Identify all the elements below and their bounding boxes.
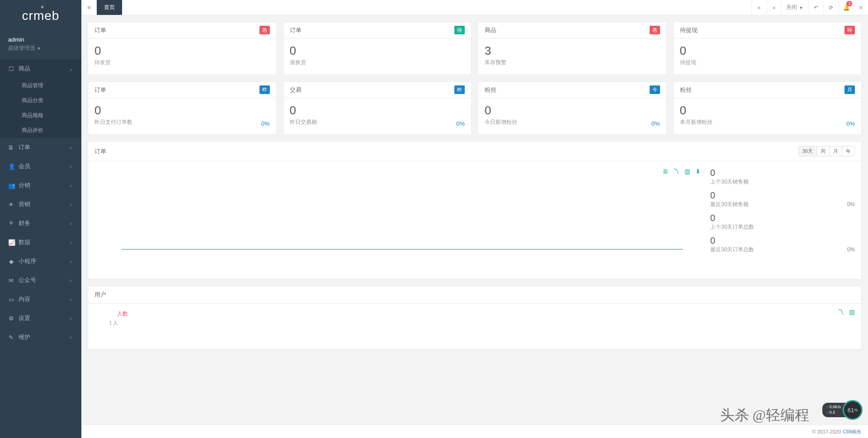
stat-title: 交易 bbox=[290, 86, 302, 94]
undo-button[interactable]: ↶ bbox=[808, 0, 823, 15]
ostat-label: 最近30天销售额 bbox=[710, 201, 855, 208]
nav-item-laptop[interactable]: ☐商品⌄ bbox=[0, 59, 81, 78]
chart-data-icon[interactable]: 🗎 bbox=[662, 168, 669, 175]
user-chart-bar-icon[interactable]: ▥ bbox=[849, 308, 855, 316]
nav-item-file[interactable]: 🗎订单‹ bbox=[0, 138, 81, 157]
speed-widget: ↑ 0.6K/s ↓ 0.2 61% bbox=[822, 400, 863, 420]
stat-card[interactable]: 粉丝月0本月新增粉丝0% bbox=[673, 81, 862, 135]
close-menu-button[interactable]: 关闭 ▾ bbox=[781, 0, 808, 15]
stat-value: 0 bbox=[680, 44, 855, 58]
stat-label: 退换货 bbox=[290, 59, 465, 66]
book-icon: ▭ bbox=[8, 296, 14, 303]
submenu-item[interactable]: 商品规格 bbox=[0, 108, 81, 123]
stat-label: 待提现 bbox=[680, 59, 855, 66]
ostat-label: 最近30天订单总数 bbox=[710, 246, 855, 254]
user-chart-line-icon[interactable]: 〽 bbox=[838, 308, 844, 316]
submenu-item[interactable]: 商品管理 bbox=[0, 78, 81, 93]
stat-pct: 0% bbox=[651, 120, 660, 127]
nav-label: 分销 bbox=[19, 181, 69, 189]
chevron-left-icon: ‹ bbox=[69, 335, 73, 340]
nav-label: 财务 bbox=[19, 219, 69, 227]
menu-toggle-button[interactable]: ≡ bbox=[81, 0, 97, 15]
time-tab[interactable]: 周 bbox=[816, 146, 829, 156]
tab-home[interactable]: 首页 bbox=[97, 0, 122, 15]
stat-badge: 急 bbox=[259, 26, 270, 34]
time-tab[interactable]: 年 bbox=[842, 146, 854, 156]
order-side-stat: 0上个30天订单总数 bbox=[710, 213, 855, 231]
nav-label: 会员 bbox=[19, 162, 69, 170]
nav-item-miniapp[interactable]: ◆小程序‹ bbox=[0, 252, 81, 271]
submenu-item[interactable]: 商品评价 bbox=[0, 123, 81, 138]
more-button[interactable]: ≡ bbox=[853, 0, 868, 15]
stat-badge: 待 bbox=[454, 26, 465, 34]
nav-label: 数据 bbox=[19, 238, 69, 246]
nav-item-chart[interactable]: 📈数据‹ bbox=[0, 233, 81, 252]
chevron-left-icon: ‹ bbox=[69, 164, 73, 169]
users-icon: 👥 bbox=[8, 182, 14, 189]
stat-title: 待提现 bbox=[680, 26, 698, 34]
stat-card[interactable]: 订单待0退换货 bbox=[283, 22, 472, 75]
chevron-down-icon: ⌄ bbox=[69, 66, 73, 71]
stat-value: 0 bbox=[290, 44, 465, 58]
stat-row-2: 订单昨0昨日支付订单数0%交易昨0昨日交易额0%粉丝今0今日新增粉丝0%粉丝月0… bbox=[88, 81, 862, 135]
stat-title: 订单 bbox=[290, 26, 302, 34]
stat-badge: 月 bbox=[844, 85, 855, 94]
stat-label: 库存预警 bbox=[485, 59, 660, 66]
chevron-left-icon: ‹ bbox=[69, 145, 73, 150]
chart-line-icon[interactable]: 〽 bbox=[673, 168, 679, 175]
double-right-icon: » bbox=[771, 5, 777, 11]
main-area: ≡ 首页 « » 关闭 ▾ ↶ ⟳ 🔔 3 ≡ 订单急0待发货订单待0退换 bbox=[81, 0, 868, 438]
stat-label: 昨日支付订单数 bbox=[94, 118, 270, 126]
notifications-badge: 3 bbox=[846, 1, 852, 6]
notifications-button[interactable]: 🔔 3 bbox=[838, 0, 853, 15]
footer-link[interactable]: CRMEB bbox=[843, 429, 861, 434]
nav-item-wrench[interactable]: ✎维护‹ bbox=[0, 328, 81, 347]
user-role[interactable]: 超级管理员 ▾ bbox=[8, 44, 73, 52]
user-block[interactable]: admin 超级管理员 ▾ bbox=[0, 32, 81, 59]
speed-ring[interactable]: 61% bbox=[843, 400, 863, 420]
stat-badge: 昨 bbox=[454, 85, 465, 94]
refresh-button[interactable]: ⟳ bbox=[823, 0, 838, 15]
nav-item-users[interactable]: 👥分销‹ bbox=[0, 176, 81, 195]
stat-card[interactable]: 待提现待0待提现 bbox=[673, 22, 862, 75]
stat-title: 粉丝 bbox=[680, 86, 692, 94]
stat-value: 0 bbox=[94, 104, 270, 118]
stat-title: 订单 bbox=[94, 86, 106, 94]
nav-item-send[interactable]: ✈营销‹ bbox=[0, 195, 81, 214]
miniapp-icon: ◆ bbox=[8, 258, 14, 265]
footer-copyright: © 2017-2020 bbox=[812, 429, 841, 434]
nav-label: 小程序 bbox=[19, 257, 69, 265]
wechat-icon: ✉ bbox=[8, 277, 14, 284]
nav-menu: ☐商品⌄商品管理商品分类商品规格商品评价🗎订单‹👤会员‹👥分销‹✈营销‹￥财务‹… bbox=[0, 59, 81, 347]
chart-download-icon[interactable]: ⬇ bbox=[695, 168, 701, 175]
time-tab[interactable]: 30天 bbox=[799, 146, 816, 156]
nav-first-button[interactable]: « bbox=[751, 0, 766, 15]
time-tab[interactable]: 月 bbox=[829, 146, 842, 156]
nav-item-gear[interactable]: ⚙设置‹ bbox=[0, 309, 81, 328]
submenu-item[interactable]: 商品分类 bbox=[0, 93, 81, 108]
undo-icon: ↶ bbox=[813, 5, 819, 11]
stat-card[interactable]: 交易昨0昨日交易额0% bbox=[283, 81, 472, 135]
stat-row-1: 订单急0待发货订单待0退换货商品急3库存预警待提现待0待提现 bbox=[88, 22, 862, 75]
nav-item-user[interactable]: 👤会员‹ bbox=[0, 157, 81, 176]
stat-pct: 0% bbox=[261, 120, 270, 127]
close-menu-label: 关闭 bbox=[786, 4, 797, 11]
nav-label: 商品 bbox=[19, 65, 69, 73]
stat-card[interactable]: 粉丝今0今日新增粉丝0% bbox=[478, 81, 667, 135]
stat-card[interactable]: 订单急0待发货 bbox=[88, 22, 277, 75]
gear-icon: ⚙ bbox=[8, 315, 14, 322]
stat-card[interactable]: 订单昨0昨日支付订单数0% bbox=[88, 81, 277, 135]
stat-badge: 今 bbox=[650, 85, 660, 94]
order-side-stats: 0上个30天销售额0最近30天销售额0%0上个30天订单总数0最近30天订单总数… bbox=[710, 168, 855, 273]
hamburger-icon: ≡ bbox=[86, 4, 92, 11]
chart-bar-icon[interactable]: ▥ bbox=[684, 168, 690, 175]
nav-item-wechat[interactable]: ✉公众号‹ bbox=[0, 271, 81, 290]
stat-card[interactable]: 商品急3库存预警 bbox=[478, 22, 667, 75]
speed-pct: 61 bbox=[848, 407, 854, 414]
nav-item-money[interactable]: ￥财务‹ bbox=[0, 214, 81, 233]
user-role-label: 超级管理员 bbox=[8, 44, 35, 52]
nav-last-button[interactable]: » bbox=[766, 0, 781, 15]
nav-item-book[interactable]: ▭内容‹ bbox=[0, 290, 81, 309]
refresh-icon: ⟳ bbox=[828, 5, 834, 11]
user-panel: 用户 〽 ▥ 人数 1 人 bbox=[88, 286, 862, 349]
